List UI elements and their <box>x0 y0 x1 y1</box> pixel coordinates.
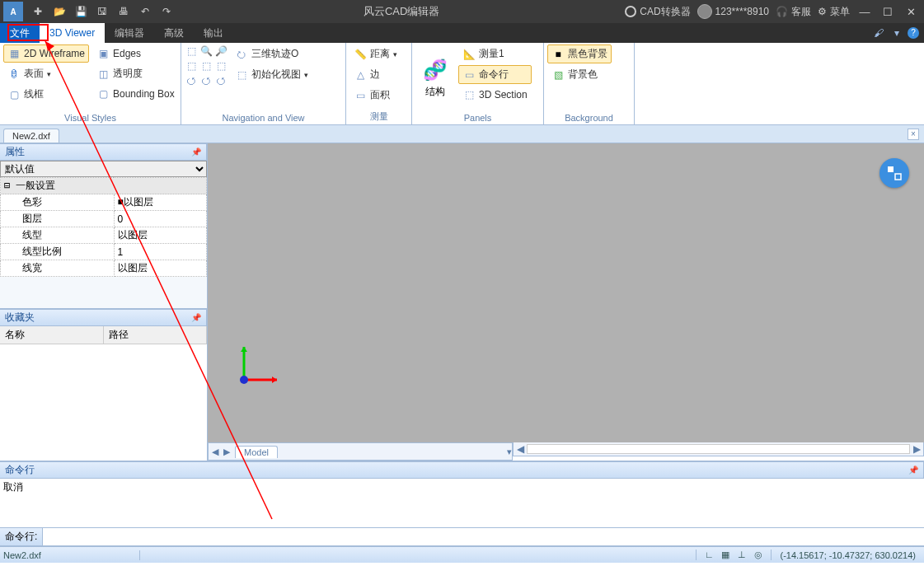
terminal-icon: ▭ <box>462 68 476 82</box>
nav-icon[interactable]: ⭯ <box>214 74 227 87</box>
command-prompt-label: 命令行: <box>0 528 43 545</box>
nav-icon[interactable]: ⬚ <box>199 59 213 73</box>
section-button[interactable]: ⬚3D Section <box>458 86 532 104</box>
nav-icon[interactable]: ⭯ <box>185 74 198 87</box>
menu-output[interactable]: 输出 <box>194 23 233 43</box>
prop-key: 线型比例 <box>1 244 115 260</box>
command-button[interactable]: ▭命令行 <box>458 65 532 84</box>
blackbg-button[interactable]: ■黑色背景 <box>547 44 612 63</box>
property-group[interactable]: ⊟ 一般设置 <box>1 178 207 194</box>
help-icon[interactable]: ? <box>908 27 919 39</box>
area-icon: ▭ <box>354 89 367 102</box>
brush-icon[interactable]: 🖌 <box>871 27 886 39</box>
pin-icon[interactable]: 📌 <box>191 313 201 322</box>
structure-button[interactable]: 🧬 结构 <box>415 44 455 111</box>
properties-table: ⊟ 一般设置 色彩■以图层 图层0 线型以图层 线型比例1 线宽以图层 <box>0 177 207 277</box>
measure1-button[interactable]: 📐测量1 <box>458 44 532 63</box>
support-link[interactable]: 🎧客服 <box>776 5 811 19</box>
tab-nav-left[interactable]: ◀ <box>212 447 218 457</box>
nav-icon[interactable]: ⬚ <box>214 59 227 73</box>
user-account[interactable]: 123****8910 <box>697 4 769 19</box>
horizontal-scrollbar[interactable]: ◀ ▶ <box>513 442 924 456</box>
bgcolor-button[interactable]: ▧背景色 <box>547 65 612 84</box>
ribbon-group-panels: 🧬 结构 📐测量1 ▭命令行 ⬚3D Section Panels <box>412 43 544 124</box>
cube-icon: ⬚ <box>235 68 248 82</box>
chevron-down-icon[interactable]: ▾ <box>889 27 904 39</box>
favorites-panel-header[interactable]: 收藏夹 📌 <box>0 309 207 326</box>
viewport-canvas[interactable] <box>208 143 924 442</box>
wireframe-button[interactable]: ▦2D Wireframe <box>3 44 89 63</box>
edge-icon: △ <box>354 68 367 82</box>
prop-value[interactable]: 0 <box>114 211 207 227</box>
redo-icon[interactable]: ↷ <box>158 3 175 20</box>
chevron-down-icon[interactable]: ▾ <box>507 447 512 457</box>
save-icon[interactable]: 💾 <box>73 3 89 20</box>
prop-value[interactable]: 以图层 <box>114 227 207 244</box>
prop-value[interactable]: ■以图层 <box>114 194 207 211</box>
properties-select[interactable]: 默认值 <box>0 161 207 177</box>
menu-3d-viewer[interactable]: 3D Viewer <box>40 23 105 43</box>
pin-icon[interactable]: 📌 <box>191 147 201 157</box>
transparency-button[interactable]: ◫透明度 <box>92 64 179 83</box>
orbit-button[interactable]: ⭮三维轨迹O <box>231 44 312 63</box>
converter-link[interactable]: CAD转换器 <box>625 5 690 19</box>
ortho-icon[interactable]: ⊥ <box>734 550 749 560</box>
new-icon[interactable]: ✚ <box>30 3 46 20</box>
svg-rect-0 <box>888 166 894 172</box>
model-tab[interactable]: Model <box>235 446 278 458</box>
status-coordinates: (-14.15617; -10.47327; 630.0214) <box>772 550 924 560</box>
wirebox-button[interactable]: ▢线框 <box>3 85 89 104</box>
minimize-button[interactable]: — <box>856 6 873 18</box>
palette-icon: ▧ <box>551 68 565 82</box>
pin-icon[interactable]: 📌 <box>908 465 918 475</box>
nav-icon[interactable]: ⭯ <box>199 74 213 87</box>
prop-key: 线型 <box>1 227 115 244</box>
file-tab-close[interactable]: × <box>908 129 919 140</box>
file-tab-strip: New2.dxf × <box>0 125 924 143</box>
ribbon-group-measure: 📏距离▾ △边 ▭面积 测量 <box>346 43 412 124</box>
tab-nav-right[interactable]: ▶ <box>223 447 230 457</box>
close-button[interactable]: ✕ <box>903 6 919 18</box>
initview-button[interactable]: ⬚初始化视图▾ <box>231 65 312 84</box>
area-button[interactable]: ▭面积 <box>349 86 401 105</box>
edges-button[interactable]: ▣Edges <box>92 44 179 63</box>
ribbon-group-visual-styles: ▦2D Wireframe 🛢表面▾ ▢线框 ▣Edges ◫透明度 ▢Boun… <box>0 43 181 124</box>
translate-button[interactable] <box>879 158 909 188</box>
print-icon[interactable]: 🖶 <box>115 3 132 20</box>
sidebar: 属性 📌 默认值 ⊟ 一般设置 色彩■以图层 图层0 线型以图层 线型比例1 线… <box>0 143 208 461</box>
scroll-left[interactable]: ◀ <box>514 443 527 455</box>
command-input[interactable] <box>43 530 924 545</box>
menu-editor[interactable]: 编辑器 <box>105 23 154 43</box>
edge-button[interactable]: △边 <box>349 65 401 84</box>
command-panel-header[interactable]: 命令行 📌 <box>0 461 924 479</box>
osnap-icon[interactable]: ◎ <box>751 550 766 560</box>
menu-advanced[interactable]: 高级 <box>154 23 194 43</box>
bbox-button[interactable]: ▢Bounding Box <box>92 85 179 103</box>
favorites-col-name[interactable]: 名称 <box>0 326 104 344</box>
quick-access-toolbar: ✚ 📂 💾 🖫 🖶 ↶ ↷ <box>26 3 178 20</box>
open-icon[interactable]: 📂 <box>51 3 68 20</box>
square-icon: ■ <box>551 48 565 61</box>
status-filename: New2.dxf <box>0 550 140 560</box>
surface-button[interactable]: 🛢表面▾ <box>3 64 89 83</box>
scroll-right[interactable]: ▶ <box>910 443 923 455</box>
nav-icon[interactable]: 🔍 <box>199 44 213 58</box>
maximize-button[interactable]: ☐ <box>879 6 896 18</box>
snap-icon[interactable]: ∟ <box>701 550 716 560</box>
prop-value[interactable]: 1 <box>114 244 207 260</box>
nav-icon[interactable]: ⬚ <box>185 44 198 58</box>
properties-panel-header[interactable]: 属性 📌 <box>0 143 207 161</box>
prop-value[interactable]: 以图层 <box>114 260 207 277</box>
menu-link[interactable]: ⚙菜单 <box>818 5 850 19</box>
cube-icon: ▢ <box>7 88 21 101</box>
nav-icon[interactable]: ⬚ <box>185 59 198 73</box>
file-tab[interactable]: New2.dxf <box>3 129 59 143</box>
app-logo-icon: A <box>3 2 23 21</box>
menu-file[interactable]: 文件 <box>0 23 40 43</box>
saveas-icon[interactable]: 🖫 <box>94 3 110 20</box>
distance-button[interactable]: 📏距离▾ <box>349 44 401 63</box>
undo-icon[interactable]: ↶ <box>137 3 153 20</box>
favorites-col-path[interactable]: 路径 <box>104 326 208 344</box>
grid-icon[interactable]: ▦ <box>718 550 733 560</box>
nav-icon[interactable]: 🔎 <box>214 44 227 58</box>
